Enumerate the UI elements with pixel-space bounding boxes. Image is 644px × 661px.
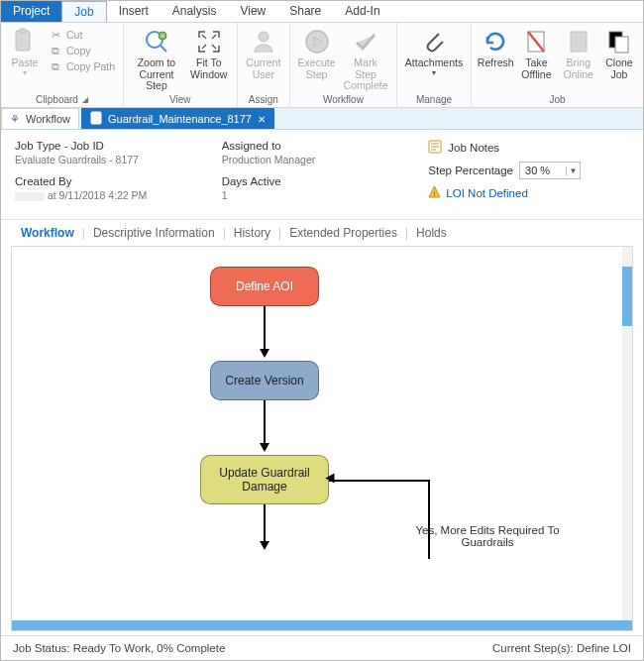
play-icon [303,28,331,55]
loi-warning[interactable]: ! LOI Not Defined [428,185,629,200]
attachments-button[interactable]: Attachments ▼ [401,25,467,76]
doc-tab-workflow[interactable]: ⚘ Workflow [1,108,79,129]
copy-path-label: Copy Path [66,60,115,72]
zoom-label: Zoom to Current Step [132,57,181,92]
assign-group-label: Assign [242,92,285,107]
copy-path-icon: ⧉ [49,59,62,73]
status-bar: Job Status: Ready To Work, 0% Complete C… [1,635,643,660]
daysactive-label: Days Active [222,175,423,187]
job-notes-label: Job Notes [448,142,499,154]
doc-tab-file[interactable]: Guardrail_Maintenance_8177 ✕ [81,108,274,129]
menu-tab-analysis[interactable]: Analysis [161,1,229,22]
refresh-icon [482,28,509,55]
copy-button[interactable]: ⧉ Copy [45,43,119,58]
take-offline-label: Take Offline [519,57,553,80]
createdby-label: Created By [15,175,216,187]
ribbon-group-manage: Attachments ▼ Manage [397,23,472,107]
redacted-user [15,192,45,201]
node-create-version[interactable]: Create Version [210,361,319,400]
bring-online-button[interactable]: Bring Online [558,25,599,80]
svg-rect-1 [20,29,26,33]
paperclip-icon [420,28,448,55]
bring-online-icon [565,28,592,55]
arrow-line [264,400,266,445]
fit-window-button[interactable]: Fit To Window [185,25,233,80]
ribbon-group-workflow: Execute Step Mark Step Complete Workflow [290,23,397,107]
take-offline-icon [522,28,550,55]
subtab-workflow[interactable]: Workflow [13,226,82,240]
createdby-value: at 9/11/2018 4:22 PM [15,189,216,201]
zoom-current-step-button[interactable]: + Zoom to Current Step [128,25,185,92]
current-user-button[interactable]: Current User [242,25,285,80]
copy-path-button[interactable]: ⧉ Copy Path [45,58,119,74]
ribbon-group-job: Refresh Take Offline Bring Online Clone … [472,23,643,107]
menu-tab-view[interactable]: View [228,1,277,22]
arrow-head-icon [326,474,335,484]
arrow-line [264,306,266,351]
execute-step-button[interactable]: Execute Step [294,25,339,80]
arrow-head-icon [260,541,269,550]
arrow-head-icon [260,443,269,452]
status-right: Current Step(s): Define LOI [492,642,631,654]
subtab-descriptive[interactable]: Descriptive Information [85,226,223,240]
view-group-label: View [128,92,233,107]
copy-icon: ⧉ [49,44,62,57]
loop-label: Yes, More Edits Required To Guardrails [398,524,577,548]
paste-button[interactable]: Paste ▼ [5,25,45,76]
arrow-line [264,504,266,544]
vertical-scroll-thumb[interactable] [622,267,632,326]
sub-tab-bar: Workflow | Descriptive Information | His… [1,220,643,246]
svg-rect-13 [91,112,101,124]
svg-rect-10 [571,32,587,52]
ribbon: Paste ▼ ✂ Cut ⧉ Copy ⧉ Copy Path Clipboa… [1,23,643,108]
close-icon[interactable]: ✕ [258,114,266,125]
clone-icon [605,28,633,55]
job-group-label: Job [476,92,639,107]
mark-complete-label: Mark Step Complete [343,57,388,92]
check-icon [352,28,379,55]
menu-tab-project[interactable]: Project [1,1,61,22]
menu-tab-job[interactable]: Job [61,1,106,22]
fit-window-icon [195,28,223,55]
warning-icon: ! [428,185,441,200]
notes-icon [428,140,442,156]
svg-text:+: + [161,33,164,40]
horizontal-scroll-thumb[interactable] [12,620,632,630]
arrow-head-icon [260,349,269,358]
node-define-aoi[interactable]: Define AOI [210,267,319,306]
paste-icon [11,28,39,55]
menu-tab-insert[interactable]: Insert [107,1,161,22]
mark-complete-button[interactable]: Mark Step Complete [339,25,392,92]
loi-warning-label: LOI Not Defined [446,187,527,199]
chevron-down-icon: ▼ [22,69,29,77]
refresh-button[interactable]: Refresh [476,25,515,69]
clone-job-button[interactable]: Clone Job [599,25,639,80]
menu-tab-share[interactable]: Share [277,1,333,22]
manage-group-label: Manage [401,92,467,107]
subtab-extended[interactable]: Extended Properties [281,226,405,240]
step-pct-label: Step Percentage [428,165,513,176]
job-notes-link[interactable]: Job Notes [428,140,629,156]
jobtype-label: Job Type - Job ID [15,140,216,152]
workflow-canvas[interactable]: Define AOI Create Version Update Guardra… [11,246,633,631]
svg-text:!: ! [434,189,436,198]
expand-icon[interactable]: ◢ [82,95,88,104]
clone-label: Clone Job [603,57,635,80]
menu-tab-addin[interactable]: Add-In [333,1,391,22]
subtab-holds[interactable]: Holds [408,226,455,240]
take-offline-button[interactable]: Take Offline [515,25,557,80]
chevron-down-icon: ▼ [431,69,438,77]
workflow-icon: ⚘ [10,113,20,126]
file-icon [90,111,102,127]
doc-tab-workflow-label: Workflow [26,113,70,125]
jobtype-value: Evaluate Guardrails - 8177 [15,154,216,165]
node-update-guardrail[interactable]: Update Guardrail Damage [200,455,329,504]
workflow-group-label: Workflow [294,92,392,107]
svg-rect-0 [16,31,30,51]
menu-tab-bar: Project Job Insert Analysis View Share A… [1,1,643,23]
cut-button[interactable]: ✂ Cut [45,27,119,43]
document-tab-bar: ⚘ Workflow Guardrail_Maintenance_8177 ✕ [1,108,643,130]
step-pct-dropdown[interactable]: 30 % ▼ [519,162,581,179]
subtab-history[interactable]: History [226,226,278,240]
bring-online-label: Bring Online [562,57,595,80]
